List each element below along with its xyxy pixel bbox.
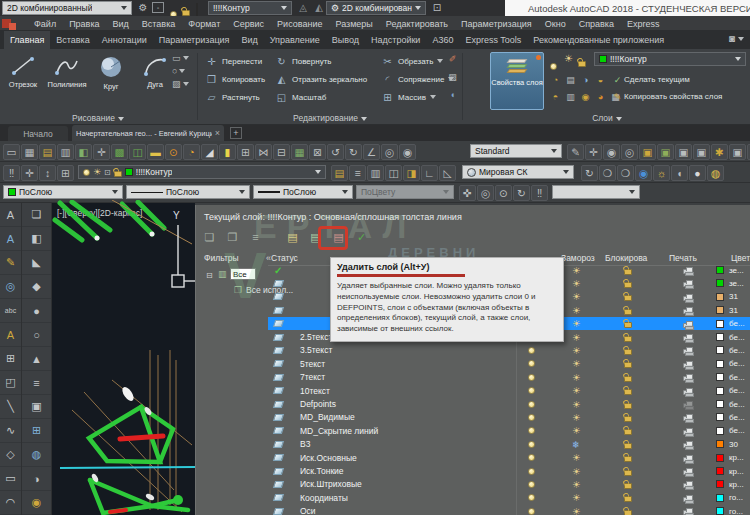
tool-icon[interactable]: ◺ — [439, 165, 456, 181]
layer-lock-toggle[interactable] — [624, 398, 632, 410]
layer-color-swatch[interactable] — [716, 385, 724, 397]
layer-lock-toggle[interactable] — [624, 277, 632, 289]
tool-icon[interactable]: ◎ — [477, 185, 494, 201]
tab-drawing[interactable]: Начертательная гео... - Евгений Курицин … — [72, 125, 224, 141]
tool-icon[interactable]: ◫ — [385, 165, 402, 181]
tool-icon[interactable]: ▮ — [219, 144, 236, 160]
layer-lock-toggle[interactable] — [624, 425, 632, 437]
layer-lock-toggle[interactable] — [624, 478, 632, 490]
layer-color-swatch[interactable] — [716, 452, 724, 464]
line-button[interactable]: Отрезок — [2, 51, 44, 109]
layer-color-swatch[interactable] — [716, 411, 724, 423]
tool-icon[interactable]: ◧ — [75, 144, 92, 160]
tool-icon[interactable]: ▦ — [291, 144, 308, 160]
layer-lock-toggle[interactable] — [624, 385, 632, 397]
layer-color-swatch[interactable] — [716, 371, 724, 383]
layer-row[interactable]: MD_Скрытие линий☀бе... — [196, 424, 750, 437]
layer-color-swatch[interactable] — [716, 478, 724, 490]
layer-on-toggle[interactable] — [528, 452, 535, 464]
layer-freeze-toggle[interactable]: ☀ — [572, 425, 581, 437]
layer-row[interactable]: Иск.Основные☀кр... — [196, 451, 750, 464]
layer-print-toggle[interactable] — [683, 331, 693, 343]
tool-icon[interactable]: ◠ — [0, 491, 21, 515]
layer-color-swatch[interactable] — [716, 304, 724, 316]
layer-on-toggle[interactable] — [528, 344, 535, 356]
tool-icon[interactable]: ▲ — [22, 347, 51, 371]
ribbon-tab[interactable]: Вставка — [50, 31, 95, 49]
tool-icon[interactable]: ⊞ — [57, 165, 74, 181]
layer-tool-icon[interactable]: ▥ — [564, 90, 577, 103]
layer-row[interactable]: В3❄30 — [196, 437, 750, 450]
tool-icon[interactable]: ● — [22, 299, 51, 323]
lineweight-combo[interactable]: ПоСлою — [253, 185, 353, 199]
tool-icon[interactable]: ❏ — [22, 203, 51, 227]
ribbon-layer-combo[interactable]: !!!!Контур — [594, 52, 746, 66]
layer-on-toggle[interactable] — [528, 478, 535, 490]
layer-lock-toggle[interactable] — [624, 304, 632, 316]
menu-item[interactable]: Окно — [545, 19, 566, 29]
empty-combo[interactable] — [552, 185, 640, 199]
ribbon-tab[interactable]: Рекомендованные приложения — [527, 31, 670, 49]
layer-lock-toggle[interactable] — [624, 371, 632, 383]
layer-print-toggle[interactable] — [683, 398, 693, 410]
tool-icon[interactable]: ∿ — [0, 419, 21, 443]
layer-color-swatch[interactable] — [716, 277, 724, 289]
layer-row[interactable]: Defpoints☀бе... — [196, 397, 750, 410]
modify-tool-icon[interactable]: ✐ — [446, 52, 459, 65]
layer-tool-icon[interactable]: ◔ — [549, 73, 562, 86]
tool-icon[interactable]: abc — [0, 299, 21, 323]
linetype-combo[interactable]: ПоСлою — [126, 185, 250, 199]
menu-item[interactable]: Правка — [69, 19, 99, 29]
tool-icon[interactable]: ⊞ — [237, 144, 254, 160]
ribbon-tab[interactable]: A360 — [426, 31, 459, 49]
tool-icon[interactable]: ▣ — [693, 144, 710, 160]
layer-color-swatch[interactable] — [716, 331, 724, 343]
layer-print-toggle[interactable] — [683, 505, 693, 515]
tool-icon[interactable]: ◇ — [0, 443, 21, 467]
new-tab-button[interactable]: + — [230, 127, 242, 139]
layer-freeze-toggle[interactable]: ☀ — [572, 304, 581, 316]
tool-icon[interactable]: ▬ — [147, 144, 164, 160]
layer-color-swatch[interactable] — [716, 438, 724, 450]
layer-color-swatch[interactable] — [716, 398, 724, 410]
layer-color-swatch[interactable] — [716, 358, 724, 370]
tool-icon[interactable]: ◉ — [399, 144, 416, 160]
tool-icon[interactable]: ◔ — [183, 144, 200, 160]
layer-on-toggle[interactable] — [528, 385, 535, 397]
layer-print-toggle[interactable] — [683, 492, 693, 504]
new-property-filter-icon[interactable]: ❏ — [201, 229, 218, 245]
modify-tool-button[interactable]: ◜Сопряжение — [381, 70, 454, 88]
tool-icon[interactable]: ▦ — [21, 144, 38, 160]
tool-icon[interactable]: ✎ — [0, 251, 21, 275]
layer-freeze-toggle[interactable]: ☀ — [572, 331, 581, 343]
layer-states-icon[interactable]: ≡ — [247, 229, 264, 245]
modify-tool-button[interactable]: ▱Растянуть — [205, 88, 265, 106]
layer-on-toggle[interactable] — [528, 465, 535, 477]
menu-item[interactable]: Файл — [34, 19, 56, 29]
layer-lock-toggle[interactable] — [624, 318, 632, 330]
layer-print-toggle[interactable] — [683, 438, 693, 450]
panel-draw-label[interactable]: Рисование — [0, 113, 196, 123]
layer-on-toggle[interactable] — [528, 411, 535, 423]
layer-print-toggle[interactable] — [683, 344, 693, 356]
layer-print-toggle[interactable] — [683, 425, 693, 437]
tool-icon[interactable]: ⊙ — [165, 144, 182, 160]
menu-item[interactable]: Справка — [579, 19, 614, 29]
layer-print-toggle[interactable] — [683, 358, 693, 370]
gear-icon[interactable]: ⚙ — [136, 1, 150, 14]
layer-on-toggle[interactable] — [528, 398, 535, 410]
menu-item[interactable]: Рисование — [277, 19, 322, 29]
tool-icon[interactable]: ✱ — [711, 144, 728, 160]
layer-color-swatch[interactable] — [716, 505, 724, 515]
ribbon-tab[interactable]: Вывод — [326, 31, 365, 49]
layer-on-icon[interactable] — [550, 56, 557, 74]
layer-print-toggle[interactable] — [683, 452, 693, 464]
layer-row[interactable]: 3.5текст☀бе... — [196, 343, 750, 356]
tool-icon[interactable]: ▣ — [729, 144, 746, 160]
layer-lock-toggle[interactable] — [624, 331, 632, 343]
layer-tool-icon[interactable]: ◑ — [579, 73, 592, 86]
ribbon-tab[interactable]: Главная — [4, 31, 50, 49]
layer-row[interactable]: 5текст☀бе... — [196, 357, 750, 370]
ribbon-tab[interactable]: Надстройки — [365, 31, 426, 49]
tool-icon[interactable]: ✛ — [585, 144, 602, 160]
